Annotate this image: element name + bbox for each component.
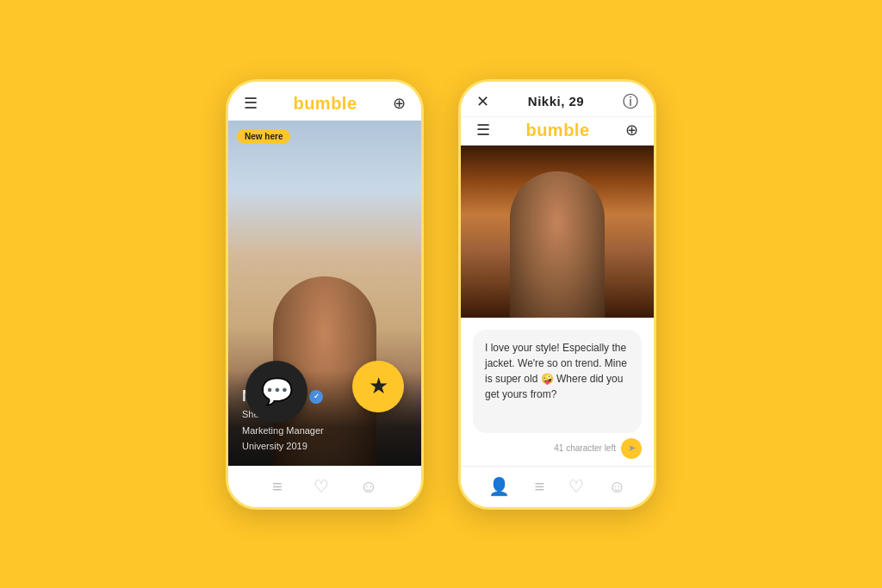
chat-area: I love your style! Especially the jacket…: [461, 318, 654, 466]
phone-1: ☰ bumble ⊕ New here Nikki, 29 ✓ She/Her …: [226, 79, 424, 510]
char-count: 41 character left: [554, 443, 616, 453]
profile-photo-area: New here Nikki, 29 ✓ She/Her Marketing M…: [228, 121, 421, 466]
app-title-1: bumble: [293, 94, 357, 114]
info-icon[interactable]: ⓘ: [623, 94, 638, 109]
phone1-nav: ≡ ♡ ☺: [228, 466, 421, 507]
nav-profile-icon[interactable]: ☺: [360, 477, 377, 497]
filter-icon-2[interactable]: ⊕: [625, 122, 638, 138]
menu-icon-2[interactable]: ☰: [476, 122, 490, 138]
phone2-logo-row: ☰ bumble ⊕: [461, 117, 654, 145]
chat-icon: 💬: [261, 376, 293, 406]
star-icon: ★: [369, 373, 388, 399]
phone1-header: ☰ bumble ⊕: [228, 82, 421, 121]
new-here-badge: New here: [237, 129, 290, 144]
profile-photo-2: [461, 145, 654, 318]
action-buttons: 💬 ★: [228, 361, 421, 423]
close-icon[interactable]: ✕: [476, 94, 489, 109]
profile-education: University 2019: [242, 439, 407, 454]
send-icon: ➤: [628, 443, 636, 454]
nav-heart-icon-2[interactable]: ♡: [568, 476, 584, 497]
nav-smiley-icon-2[interactable]: ☺: [608, 477, 625, 497]
nav-profile-icon-2[interactable]: 👤: [488, 476, 510, 497]
nav-filter-icon[interactable]: ≡: [272, 477, 283, 497]
nav-heart-icon[interactable]: ♡: [314, 476, 329, 497]
chat-button[interactable]: 💬: [245, 361, 307, 423]
star-button[interactable]: ★: [352, 361, 404, 412]
nav-filter-icon-2[interactable]: ≡: [534, 477, 544, 497]
app-title-bumble-2: bumble: [525, 121, 589, 140]
profile-photo-area-2: [461, 145, 654, 318]
profile-job: Marketing Manager: [242, 424, 407, 438]
filter-icon-1[interactable]: ⊕: [393, 96, 406, 111]
phone-2: ✕ Nikki, 29 ⓘ ☰ bumble ⊕ I love your sty…: [458, 79, 656, 510]
send-button[interactable]: ➤: [621, 438, 642, 459]
phone2-nav: 👤 ≡ ♡ ☺: [461, 466, 654, 507]
menu-icon[interactable]: ☰: [244, 96, 258, 111]
app-title-2: Nikki, 29: [528, 94, 584, 108]
phone2-header: ✕ Nikki, 29 ⓘ: [461, 82, 654, 117]
header-center: Nikki, 29: [528, 94, 584, 109]
chat-bubble[interactable]: I love your style! Especially the jacket…: [473, 330, 642, 433]
chat-footer: 41 character left ➤: [473, 438, 642, 459]
